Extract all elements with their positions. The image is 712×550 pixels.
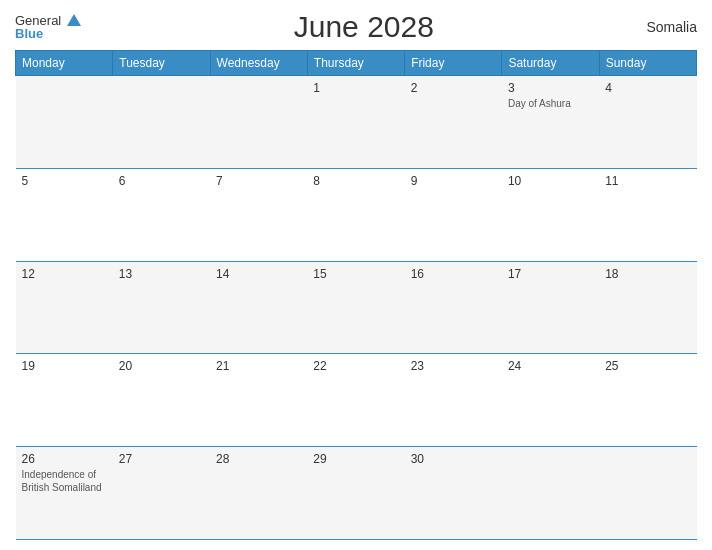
logo-blue-text: Blue bbox=[15, 27, 43, 40]
day-number: 22 bbox=[313, 359, 398, 373]
week-row-3: 12131415161718 bbox=[16, 261, 697, 354]
calendar-cell: 30 bbox=[405, 447, 502, 540]
day-number: 3 bbox=[508, 81, 593, 95]
day-header-sunday: Sunday bbox=[599, 51, 696, 76]
calendar-cell: 19 bbox=[16, 354, 113, 447]
calendar-cell bbox=[502, 447, 599, 540]
calendar-cell: 15 bbox=[307, 261, 404, 354]
calendar-cell: 27 bbox=[113, 447, 210, 540]
calendar-cell bbox=[599, 447, 696, 540]
calendar-cell bbox=[113, 76, 210, 169]
calendar-cell: 14 bbox=[210, 261, 307, 354]
day-number: 24 bbox=[508, 359, 593, 373]
day-number: 25 bbox=[605, 359, 690, 373]
day-header-saturday: Saturday bbox=[502, 51, 599, 76]
day-number: 28 bbox=[216, 452, 301, 466]
logo-triangle-icon bbox=[67, 14, 81, 26]
calendar-cell: 3Day of Ashura bbox=[502, 76, 599, 169]
day-number: 9 bbox=[411, 174, 496, 188]
day-number: 4 bbox=[605, 81, 690, 95]
calendar-cell: 4 bbox=[599, 76, 696, 169]
calendar-cell: 28 bbox=[210, 447, 307, 540]
calendar-cell: 21 bbox=[210, 354, 307, 447]
country-name: Somalia bbox=[646, 19, 697, 35]
week-row-5: 26Independence of British Somaliland2728… bbox=[16, 447, 697, 540]
calendar-cell: 29 bbox=[307, 447, 404, 540]
day-number: 26 bbox=[22, 452, 107, 466]
day-number: 2 bbox=[411, 81, 496, 95]
calendar-cell: 18 bbox=[599, 261, 696, 354]
calendar-cell: 2 bbox=[405, 76, 502, 169]
day-number: 5 bbox=[22, 174, 107, 188]
day-number: 6 bbox=[119, 174, 204, 188]
calendar-cell: 5 bbox=[16, 168, 113, 261]
week-row-1: 123Day of Ashura4 bbox=[16, 76, 697, 169]
day-number: 19 bbox=[22, 359, 107, 373]
calendar-cell: 8 bbox=[307, 168, 404, 261]
holiday-name: Day of Ashura bbox=[508, 97, 593, 110]
calendar-cell: 1 bbox=[307, 76, 404, 169]
day-header-wednesday: Wednesday bbox=[210, 51, 307, 76]
calendar-cell: 10 bbox=[502, 168, 599, 261]
day-headers-row: MondayTuesdayWednesdayThursdayFridaySatu… bbox=[16, 51, 697, 76]
day-number: 13 bbox=[119, 267, 204, 281]
calendar-cell: 17 bbox=[502, 261, 599, 354]
calendar-cell bbox=[16, 76, 113, 169]
calendar-cell: 20 bbox=[113, 354, 210, 447]
day-header-friday: Friday bbox=[405, 51, 502, 76]
day-header-thursday: Thursday bbox=[307, 51, 404, 76]
day-number: 12 bbox=[22, 267, 107, 281]
holiday-name: Independence of British Somaliland bbox=[22, 468, 107, 494]
calendar-cell: 7 bbox=[210, 168, 307, 261]
day-number: 30 bbox=[411, 452, 496, 466]
day-number: 20 bbox=[119, 359, 204, 373]
day-number: 21 bbox=[216, 359, 301, 373]
calendar-cell: 26Independence of British Somaliland bbox=[16, 447, 113, 540]
calendar-cell: 13 bbox=[113, 261, 210, 354]
day-number: 10 bbox=[508, 174, 593, 188]
day-number: 29 bbox=[313, 452, 398, 466]
day-number: 11 bbox=[605, 174, 690, 188]
calendar-cell: 6 bbox=[113, 168, 210, 261]
day-number: 8 bbox=[313, 174, 398, 188]
calendar-table: MondayTuesdayWednesdayThursdayFridaySatu… bbox=[15, 50, 697, 540]
calendar-cell: 25 bbox=[599, 354, 696, 447]
day-number: 16 bbox=[411, 267, 496, 281]
day-number: 18 bbox=[605, 267, 690, 281]
day-number: 7 bbox=[216, 174, 301, 188]
day-number: 23 bbox=[411, 359, 496, 373]
calendar-title: June 2028 bbox=[294, 10, 434, 44]
calendar-cell: 16 bbox=[405, 261, 502, 354]
calendar-cell: 22 bbox=[307, 354, 404, 447]
day-number: 17 bbox=[508, 267, 593, 281]
calendar-cell: 9 bbox=[405, 168, 502, 261]
day-number: 15 bbox=[313, 267, 398, 281]
calendar-cell: 24 bbox=[502, 354, 599, 447]
calendar-cell: 11 bbox=[599, 168, 696, 261]
day-header-tuesday: Tuesday bbox=[113, 51, 210, 76]
logo: General Blue bbox=[15, 14, 81, 40]
day-header-monday: Monday bbox=[16, 51, 113, 76]
week-row-4: 19202122232425 bbox=[16, 354, 697, 447]
week-row-2: 567891011 bbox=[16, 168, 697, 261]
day-number: 1 bbox=[313, 81, 398, 95]
calendar-cell: 12 bbox=[16, 261, 113, 354]
day-number: 27 bbox=[119, 452, 204, 466]
header: General Blue June 2028 Somalia bbox=[15, 10, 697, 44]
calendar-cell: 23 bbox=[405, 354, 502, 447]
day-number: 14 bbox=[216, 267, 301, 281]
calendar-cell bbox=[210, 76, 307, 169]
